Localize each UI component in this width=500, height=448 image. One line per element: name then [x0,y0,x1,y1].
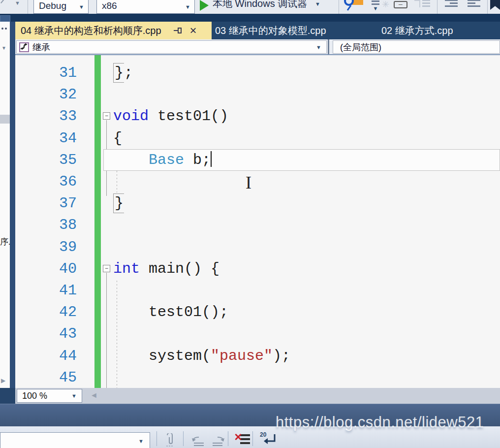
justify-left-icon[interactable] [445,0,458,8]
toolbar-separator [156,431,157,446]
line-number[interactable]: 36 [15,171,77,192]
chevron-down-icon: ▼ [71,393,77,399]
pin-icon[interactable] [172,25,183,36]
code-line[interactable]: 31}; [15,62,500,84]
toolbar-separator [339,0,339,14]
goto-line-icon[interactable]: 20 [260,431,278,447]
scroll-left-icon[interactable]: ◄ [90,391,98,400]
code-line[interactable]: 34{ [15,128,500,149]
line-number[interactable]: 31 [15,62,77,84]
fold-collapse-icon[interactable]: − [103,112,110,120]
vs-window: ▼ Debug ▼ x86 ▼ 本地 Windows 调试器 ▼ ▼ ✳ – [0,0,500,448]
line-number[interactable]: 35 [15,149,77,171]
line-number[interactable]: 37 [15,192,77,214]
toolbar-dropdown-icon[interactable]: ▼ [15,0,20,6]
toolbar-overflow-icon[interactable] [0,0,14,8]
mouse-ibeam-cursor: I [246,172,251,193]
play-icon [200,0,209,11]
line-number[interactable]: 40 [15,258,77,280]
snowflake-icon[interactable]: ✳ [382,0,389,10]
code-text: system(″pause″); [113,345,290,367]
search-icon[interactable] [352,0,363,5]
line-number[interactable]: 32 [15,84,77,105]
chevron-down-icon: ▼ [79,4,84,10]
code-line[interactable]: 45 [15,367,500,388]
expand-arrow-icon[interactable]: ▶ [1,377,5,384]
selected-row-sliver[interactable] [0,115,10,124]
close-icon[interactable]: × [190,25,197,36]
bottom-panel-combo[interactable]: ▼ [0,432,150,448]
search-icon[interactable] [344,0,354,6]
toolbar-separator [28,0,28,14]
clear-list-icon[interactable] [235,432,250,447]
line-number[interactable]: 33 [15,105,77,127]
tab-label: 03 继承中的对象模型.cpp [215,24,326,37]
configuration-value: Debug [34,0,70,13]
title-gap [0,14,500,22]
code-line[interactable]: 44 system(″pause″); [15,345,500,367]
navigation-bar: 继承 ▼ (全局范围) [0,39,500,55]
code-line[interactable]: 32 [15,84,500,105]
tab-active-document[interactable]: 04 继承中的构造和析构顺序.cpp × [15,22,212,39]
code-line[interactable]: 42 test01(); [15,301,500,323]
lines-icon[interactable] [422,0,430,8]
collapse-region-icon[interactable]: – [394,1,407,8]
code-line[interactable]: 41 [15,280,500,301]
code-text: Base b; [113,149,212,171]
configuration-combo[interactable]: Debug ▼ [33,0,89,14]
code-line[interactable]: 37} [15,192,500,214]
zoom-value: 100 % [22,391,47,401]
code-text: int main() { [113,258,219,280]
scope-navigation-combo[interactable]: (全局范围) [333,40,500,54]
scope-navigation-value: (全局范围) [340,41,381,53]
line-number[interactable]: 42 [15,301,77,323]
bookmark-icon[interactable] [490,0,500,10]
class-icon [19,42,30,53]
code-line[interactable]: 43 [15,323,500,345]
chevron-down-icon: ▼ [315,1,320,7]
line-number[interactable]: 43 [15,323,77,345]
attach-icon[interactable] [162,433,177,448]
code-line[interactable]: 39 [15,236,500,258]
code-line[interactable]: 33−void test01() [15,105,500,127]
fold-collapse-icon[interactable]: − [103,265,110,272]
justify-right-icon[interactable] [468,0,480,8]
toolbar-separator [437,0,438,14]
tab-document-2[interactable]: 03 继承中的对象模型.cpp [215,22,326,39]
list-dropdown-icon[interactable]: ▼ [372,0,379,10]
bracket-icon[interactable] [414,0,420,7]
jump-back-icon[interactable] [190,433,206,447]
tab-document-3[interactable]: 02 继承方式.cpp [381,22,453,39]
line-number[interactable]: 39 [15,236,77,258]
line-number[interactable]: 45 [15,367,77,388]
toolbar-separator [183,431,184,446]
navbar-separator [328,39,329,54]
code-line[interactable]: 36 [15,171,500,192]
line-number[interactable]: 38 [15,214,77,236]
type-navigation-combo[interactable]: 继承 ▼ [16,40,327,54]
search-icon [347,5,351,11]
panel-splitter[interactable] [10,22,15,388]
side-panel-sliver: ▼ 序. ▶ [0,22,10,388]
standard-toolbar: ▼ Debug ▼ x86 ▼ 本地 Windows 调试器 ▼ ▼ ✳ – [0,0,500,14]
jump-forward-icon[interactable] [211,433,226,447]
type-navigation-value: 继承 [32,41,50,53]
line-number[interactable]: 41 [15,280,77,301]
code-text: void test01() [113,105,228,127]
code-line[interactable]: 35 Base b; [15,149,500,171]
chevron-down-icon: ▼ [138,438,144,444]
chevron-down-icon[interactable]: ▼ [1,45,6,51]
line-number[interactable]: 44 [15,345,77,367]
panel-partial-text: 序. [0,236,10,248]
code-line[interactable]: 40−int main() { [15,258,500,280]
start-debug-label: 本地 Windows 调试器 [213,0,307,10]
document-tab-bar: 04 继承中的构造和析构顺序.cpp × 03 继承中的对象模型.cpp 02 … [0,22,500,39]
code-line[interactable]: 38 [15,214,500,236]
editor-zoom-combo[interactable]: 100 % ▼ [17,389,82,403]
line-number[interactable]: 34 [15,128,77,149]
platform-combo[interactable]: x86 ▼ [96,0,195,14]
horizontal-scroll-row: 100 % ▼ ◄ [15,388,500,404]
code-editor[interactable]: 31};3233−void test01()34{35 Base b;3637}… [15,55,500,388]
watermark: https://blog.csdn.net/lidew521 [276,414,500,431]
toolbar-separator [252,431,253,446]
